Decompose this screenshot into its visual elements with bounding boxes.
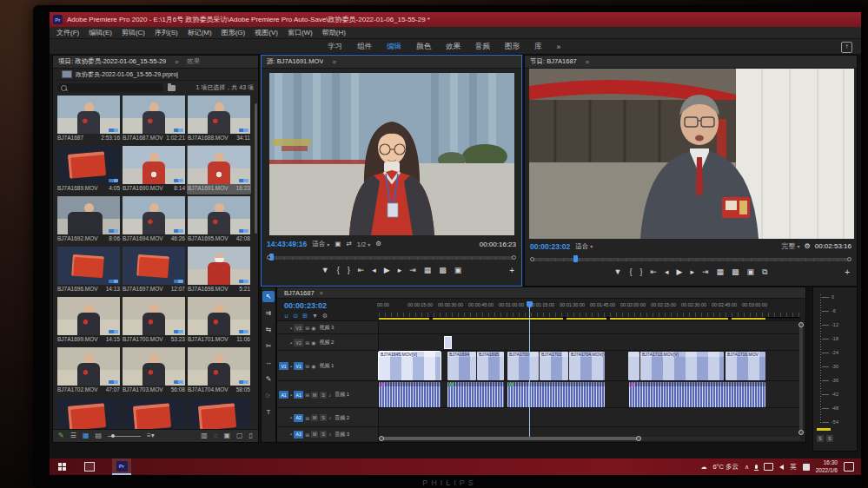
menu-item[interactable]: 剪辑(C) bbox=[122, 28, 145, 37]
find-icon[interactable]: ◌ bbox=[214, 432, 218, 439]
workspace-tab[interactable]: 颜色 bbox=[416, 42, 431, 52]
track-v3-lane[interactable] bbox=[379, 321, 800, 334]
mark-in-button[interactable]: { bbox=[629, 268, 632, 276]
freeform-view-icon[interactable]: ▤ bbox=[95, 432, 102, 439]
source-patch[interactable] bbox=[279, 324, 288, 332]
sync-lock-icon[interactable]: ⊞ bbox=[305, 325, 309, 331]
new-bin-icon[interactable]: ▣ bbox=[223, 432, 230, 439]
solo-button[interactable]: S bbox=[826, 435, 833, 442]
task-view-button[interactable] bbox=[84, 462, 95, 472]
automate-to-sequence-icon[interactable]: ▥ bbox=[201, 432, 208, 439]
source-patch[interactable] bbox=[279, 431, 288, 439]
audio-clip[interactable] bbox=[629, 382, 765, 407]
snap-icon[interactable]: ∪ bbox=[284, 313, 288, 320]
lift-button[interactable]: ▦ bbox=[717, 268, 725, 276]
bin-icon[interactable] bbox=[168, 85, 176, 91]
program-playhead[interactable] bbox=[573, 255, 578, 262]
program-video[interactable] bbox=[529, 69, 854, 239]
hidden-icons-chevron[interactable]: ∧ bbox=[745, 464, 749, 471]
project-clip[interactable]: BJ7A1704.MOV 58:05 bbox=[187, 346, 251, 396]
project-clip[interactable] bbox=[187, 397, 251, 431]
video-clip[interactable]: BJ7A1700 bbox=[507, 352, 539, 380]
menu-item[interactable]: 标记(M) bbox=[188, 28, 212, 37]
source-timecode[interactable]: 14:43:49:16 bbox=[267, 240, 307, 248]
workspace-tab[interactable]: 效果 bbox=[446, 42, 461, 52]
menu-item[interactable]: 文件(F) bbox=[56, 28, 79, 37]
mic-icon[interactable]: ♪ bbox=[328, 432, 331, 437]
mic-icon[interactable]: ♪ bbox=[328, 415, 331, 420]
close-icon[interactable]: × bbox=[320, 290, 323, 296]
settings-output-icon[interactable]: ▣ bbox=[335, 241, 341, 247]
workspace-tab[interactable]: 编辑 bbox=[387, 42, 401, 52]
add-marker-button[interactable]: ▼ bbox=[321, 267, 329, 274]
eye-icon[interactable]: ◉ bbox=[311, 363, 315, 369]
step-forward-button[interactable]: ▸ bbox=[690, 268, 694, 276]
lock-icon[interactable]: ▪ bbox=[290, 340, 292, 346]
action-center-icon[interactable] bbox=[844, 462, 854, 472]
ripple-edit-tool[interactable]: ⇆ bbox=[262, 324, 275, 335]
project-clip[interactable]: BJ7A1687 2:53:16 bbox=[56, 95, 121, 144]
project-clip[interactable]: BJ7A1691.MOV 16:23 bbox=[187, 145, 251, 195]
scroll-handle[interactable] bbox=[379, 436, 384, 441]
timeline-playhead[interactable] bbox=[529, 301, 530, 440]
lock-icon[interactable]: ▪ bbox=[290, 364, 292, 369]
track-target[interactable]: A2 bbox=[294, 414, 303, 422]
eye-icon[interactable]: ◉ bbox=[311, 340, 315, 346]
play-button[interactable]: ▶ bbox=[677, 268, 683, 276]
workspace-tab[interactable]: » bbox=[557, 43, 561, 51]
source-tab[interactable]: 源: BJ7A1691.MOV bbox=[267, 57, 323, 66]
add-marker-button[interactable]: ▼ bbox=[613, 268, 621, 276]
video-clip[interactable]: BJ7A1704.MOV[V] bbox=[569, 352, 605, 380]
project-clip[interactable]: BJ7A1687.MOV 1:02:21 bbox=[122, 95, 186, 144]
source-patch[interactable] bbox=[279, 414, 288, 422]
taskbar-clock[interactable]: 16:30 2022/1/6 bbox=[816, 459, 838, 474]
list-view-icon[interactable]: ☰ bbox=[70, 432, 76, 439]
tray-app-icon[interactable] bbox=[803, 464, 810, 471]
go-to-out-button[interactable]: ⇥ bbox=[702, 268, 709, 276]
step-forward-button[interactable]: ▸ bbox=[398, 267, 402, 274]
project-clip[interactable]: BJ7A1699.MOV 14:15 bbox=[56, 296, 121, 346]
video-clip[interactable]: BJ7A1694 bbox=[447, 352, 476, 380]
sort-icon[interactable]: ≡▾ bbox=[147, 432, 155, 439]
panel-menu-icon[interactable]: ≡ bbox=[332, 59, 335, 65]
track-select-forward-tool[interactable]: ⇉ bbox=[262, 307, 275, 319]
video-clip[interactable]: BJ7A1713.MOV[V] bbox=[640, 352, 724, 380]
menu-item[interactable]: 图形(G) bbox=[222, 28, 246, 37]
menu-item[interactable]: 窗口(W) bbox=[288, 28, 313, 37]
source-patch[interactable] bbox=[279, 339, 288, 346]
track-target[interactable]: V2 bbox=[294, 339, 303, 346]
project-clip[interactable]: BJ7A1695.MOV 42:08 bbox=[187, 195, 251, 245]
pen-tool[interactable]: ✎ bbox=[262, 373, 275, 385]
scrub-end-handle[interactable] bbox=[847, 257, 851, 261]
tab-project[interactable]: 项目: 政协委员-2022-01-06_15-55-29 bbox=[58, 57, 166, 66]
timeline-vscrollbar[interactable] bbox=[799, 322, 803, 435]
mic-tray-icon[interactable] bbox=[755, 465, 758, 469]
track-target[interactable]: A3 bbox=[294, 431, 303, 439]
menu-item[interactable]: 帮助(H) bbox=[322, 28, 346, 37]
sync-lock-icon[interactable]: ⊞ bbox=[305, 363, 309, 369]
sequence-tab[interactable]: BJ7A1687 bbox=[284, 289, 315, 297]
playback-resolution-select[interactable]: 1/2▾ bbox=[357, 241, 370, 248]
project-clip[interactable]: BJ7A1703.MOV 56:08 bbox=[122, 346, 186, 396]
track-v2-lane[interactable] bbox=[379, 334, 800, 351]
program-scrubber[interactable] bbox=[532, 258, 850, 261]
workspace-tab[interactable]: 库 bbox=[534, 42, 542, 52]
ime-language-indicator[interactable]: 英 bbox=[790, 463, 797, 472]
menu-item[interactable]: 编辑(E) bbox=[89, 28, 112, 37]
start-button[interactable] bbox=[58, 463, 67, 472]
lock-icon[interactable]: ▪ bbox=[290, 415, 292, 420]
play-button[interactable]: ▶ bbox=[384, 267, 390, 274]
search-input[interactable] bbox=[57, 83, 163, 92]
tab-effects[interactable]: 效果 bbox=[187, 57, 200, 66]
button-editor-button[interactable]: + bbox=[845, 267, 850, 277]
solo-button[interactable]: S bbox=[320, 431, 327, 438]
solo-button[interactable]: S bbox=[817, 435, 824, 442]
razor-tool[interactable]: ✂ bbox=[262, 340, 275, 352]
project-clip[interactable]: BJ7A1692.MOV 8:06 bbox=[56, 195, 121, 245]
step-back-button[interactable]: ◂ bbox=[665, 268, 669, 276]
weather-text[interactable]: 6°C 多云 bbox=[712, 463, 739, 472]
project-clip[interactable]: BJ7A1690.MOV 8:14 bbox=[122, 145, 186, 195]
workspace-tab[interactable]: 学习 bbox=[328, 42, 342, 52]
track-v1-lane[interactable]: BJ7A1645.MOV[V] BJ7A1694 BJ7A1695 BJ7A17… bbox=[379, 351, 800, 381]
menu-item[interactable]: 视图(V) bbox=[255, 28, 278, 37]
